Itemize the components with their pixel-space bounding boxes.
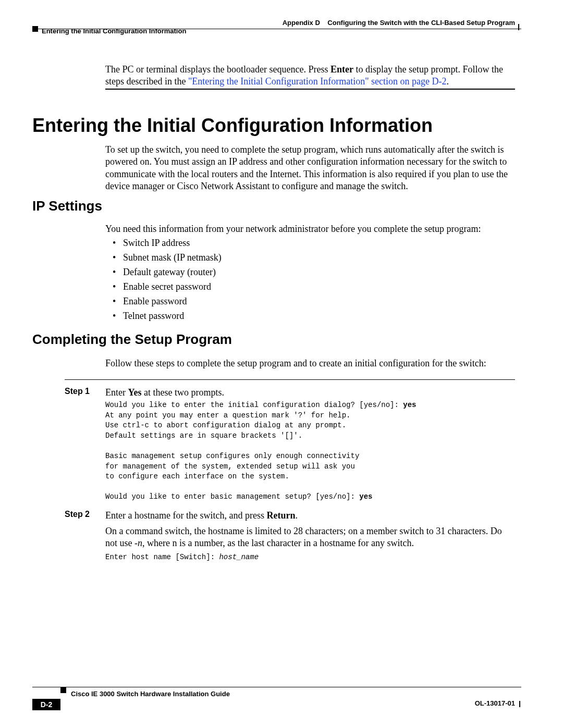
list-item: Enable secret password: [116, 281, 515, 292]
footer-page-number: D-2: [32, 699, 60, 710]
setup-paragraph: To set up the switch, you need to comple…: [105, 144, 515, 193]
list-item: Switch IP address: [116, 238, 515, 249]
heading-ip-settings: IP Settings: [32, 198, 102, 214]
ip-intro-paragraph: You need this information from your netw…: [105, 223, 515, 235]
list-item: Default gateway (router): [116, 267, 515, 278]
chapter-subtitle: Entering the Initial Configuration Infor…: [42, 27, 186, 35]
step-2-text: Enter a hostname for the switch, and pre…: [105, 510, 515, 522]
heading-main: Entering the Initial Configuration Infor…: [32, 115, 433, 137]
step-1-text: Enter Yes at these two prompts.: [105, 387, 515, 399]
list-item: Subnet mask (IP netmask): [116, 252, 515, 263]
heading-completing-setup: Completing the Setup Program: [32, 331, 232, 348]
step-1-code: Would you like to enter the initial conf…: [105, 400, 515, 502]
section-rule: [105, 89, 515, 90]
list-item: Enable password: [116, 296, 515, 307]
follow-paragraph: Follow these steps to complete the setup…: [105, 357, 515, 369]
footer-doc-number: OL-13017-01: [475, 699, 515, 707]
footer-rule: [32, 687, 521, 687]
step-2-paragraph: On a command switch, the hostname is lim…: [105, 525, 515, 550]
footer-title: Cisco IE 3000 Switch Hardware Installati…: [71, 690, 230, 698]
running-header: Appendix D Configuring the Switch with t…: [283, 19, 515, 27]
step-2-code: Enter host name [Switch]: host_name: [105, 552, 515, 563]
appendix-title: Configuring the Switch with the CLI-Base…: [327, 19, 515, 27]
list-item: Telnet password: [116, 311, 515, 322]
step-2-label: Step 2: [65, 510, 90, 519]
steps-rule: [65, 379, 515, 380]
footer-marker-icon: [60, 687, 66, 693]
step-1-label: Step 1: [65, 387, 90, 396]
footer-divider: [519, 701, 520, 707]
appendix-label: Appendix D: [283, 19, 320, 27]
cross-reference-link[interactable]: "Entering the Initial Configuration Info…: [188, 76, 447, 87]
header-divider: [518, 24, 519, 30]
ip-settings-list: Switch IP address Subnet mask (IP netmas…: [116, 238, 515, 325]
intro-paragraph: The PC or terminal displays the bootload…: [105, 64, 515, 88]
